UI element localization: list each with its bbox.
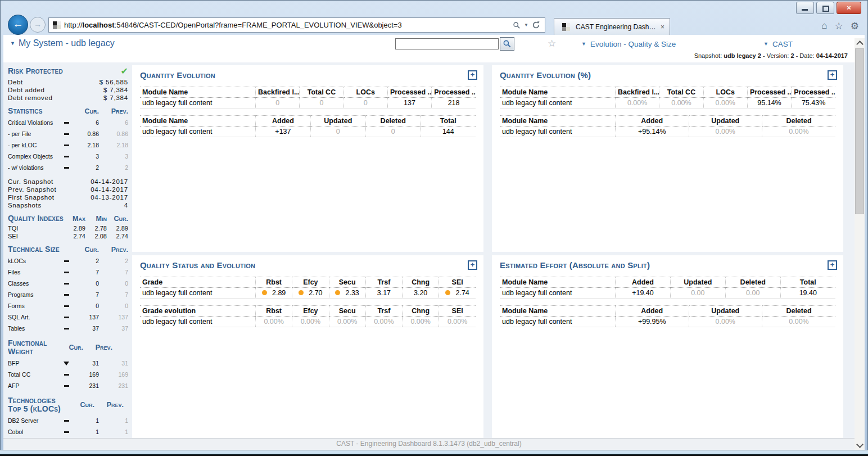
technical-size-row: Tables3737 [8, 323, 128, 334]
column-header: Rbst [256, 306, 292, 317]
column-header: Trsf [365, 277, 402, 288]
scrollbar-thumb[interactable] [855, 48, 864, 214]
restore-button[interactable] [816, 2, 834, 14]
vertical-scrollbar[interactable] [855, 38, 865, 450]
evolution-menu[interactable]: ▼Evolution - Quality & Size [581, 40, 676, 48]
trend-equal-icon [64, 317, 69, 318]
home-icon[interactable]: ⌂ [821, 20, 827, 32]
column-header-cur: Cur. [74, 246, 99, 254]
table-header-row: Module NameBackfired I...Total CCLOCsPro… [140, 87, 476, 98]
snapshot-row: Snapshots4 [8, 201, 128, 209]
trend-equal-icon [64, 328, 69, 329]
column-header-cur: Cur. [74, 107, 99, 115]
table-row: udb legacy full content+99.95%0.00%0.00% [500, 317, 835, 327]
column-header-cur: Cur. [58, 344, 83, 351]
column-header-min: Min [85, 215, 107, 223]
back-button[interactable]: ← [8, 15, 28, 35]
quantity-evolution-percent-panel: Quantity Evolution (%) + Module NameBack… [492, 65, 843, 252]
minimize-icon [802, 9, 808, 11]
value-cell: 0.00% [762, 317, 836, 327]
column-header: Processed ... [792, 87, 835, 98]
favorites-star-icon[interactable]: ☆ [835, 20, 843, 32]
minimize-button[interactable] [796, 2, 814, 14]
value-cell: 0 [343, 98, 387, 109]
column-header: Efcy [292, 277, 329, 288]
column-header: Grade [140, 277, 256, 288]
trend-equal-icon [64, 374, 69, 376]
quality-status-panel: Quality Status and Evolution + GradeRbst… [132, 255, 483, 439]
value-cell: 0.00 [725, 288, 780, 299]
module-name-cell: udb legacy full content [140, 127, 256, 137]
table-header-row: GradeRbstEfcySecuTrsfChngSEI [140, 277, 476, 288]
value-cell: 75.43% [792, 98, 835, 109]
forward-button[interactable]: → [30, 17, 46, 33]
value-cell: 144 [421, 127, 476, 137]
system-title-dropdown[interactable]: ▼My System - udb legacy [10, 38, 115, 48]
tab-favicon [562, 23, 570, 31]
effort-split-table: Module NameAddedUpdatedDeletedudb legacy… [500, 305, 835, 327]
effort-absolute-table: Module NameAddedUpdatedDeletedTotaludb l… [500, 277, 835, 299]
column-header: Secu [329, 306, 365, 317]
table-header-row: Grade evolutionRbstEfcySecuTrsfChngSEI [140, 306, 476, 317]
chevron-down-icon[interactable]: ▼ [524, 22, 528, 28]
technology-row: Cobol11 [8, 426, 128, 437]
technology-row: DB2 Server11 [8, 415, 128, 426]
scroll-down-button[interactable] [855, 441, 865, 450]
column-header: Grade evolution [140, 306, 256, 317]
functional-weight-row: AFP231231 [8, 380, 128, 391]
trend-equal-icon [64, 145, 69, 146]
column-header: Deleted [762, 306, 836, 317]
statistics-row: - w/ violations22 [8, 162, 128, 173]
statistics-row: - per File0.860.86 [8, 128, 128, 139]
module-name-cell: udb legacy full content [500, 317, 616, 327]
table-row: udb legacy full content2.892.702.333.173… [140, 288, 476, 299]
module-name-cell: udb legacy full content [140, 317, 256, 327]
value-cell: 2.70 [292, 288, 329, 299]
expand-panel-button[interactable]: + [468, 70, 477, 80]
statistics-row: Critical Violations66 [8, 117, 128, 128]
section-title: Technologies Top 5 (kLOCs) [8, 396, 70, 413]
table-row: udb legacy full content+13700144 [140, 127, 476, 137]
functional-weight-row: BFP3131 [8, 358, 128, 369]
column-header: SEI [439, 306, 476, 317]
search-input[interactable] [395, 38, 499, 49]
column-header: Processed ... [432, 87, 476, 98]
value-cell: 0 [256, 98, 300, 109]
value-cell: +99.95% [616, 317, 689, 327]
expand-panel-button[interactable]: + [468, 260, 477, 270]
refresh-icon[interactable] [532, 21, 540, 29]
tab-close-icon[interactable]: × [659, 23, 666, 31]
search-button[interactable] [500, 37, 514, 51]
search-icon[interactable] [513, 21, 521, 29]
value-cell: 0.00% [703, 98, 747, 109]
table-row: udb legacy full content0.00%0.00%0.00%0.… [140, 317, 476, 327]
expand-panel-button[interactable]: + [828, 70, 837, 80]
cast-menu[interactable]: ▼CAST [763, 40, 793, 48]
table-header-row: Module NameAddedUpdatedDeleted [500, 116, 835, 127]
section-title: Risk Protected [8, 67, 116, 75]
expand-panel-button[interactable]: + [828, 260, 837, 270]
settings-gear-icon[interactable]: ⚙ [851, 20, 859, 32]
estimated-effort-panel: Estimated Effort (Absolute and Split) + … [492, 255, 843, 439]
column-header-cur: Cur. [107, 215, 128, 223]
technical-size-row: SQL Art.137137 [8, 311, 128, 323]
close-icon: × [837, 2, 861, 13]
column-header: Total [780, 277, 835, 288]
browser-tab[interactable]: CAST Engineering Dashboa... × [554, 18, 670, 35]
value-cell: 0.00% [329, 317, 365, 327]
column-header: Module Name [500, 277, 616, 288]
panels-grid: Quantity Evolution + Module NameBackfire… [132, 65, 843, 439]
browser-action-icons: ⌂ ☆ ⚙ [821, 20, 859, 32]
quality-indexes-section: Quality Indexes Max Min Cur. TQI2.892.78… [8, 214, 128, 240]
column-header: Added [616, 277, 671, 288]
scroll-up-button[interactable] [855, 38, 865, 47]
trend-equal-icon [64, 167, 69, 169]
browser-chrome: × ← → http://localhost:54846/CAST-CED/Op… [0, 0, 868, 35]
technical-size-row: kLOCs22 [8, 255, 128, 267]
grade-dot-icon [299, 290, 304, 295]
close-button[interactable]: × [837, 2, 861, 14]
bookmark-star-icon[interactable]: ☆ [548, 38, 556, 49]
value-cell: 95.14% [747, 98, 791, 109]
column-header: Module Name [500, 87, 616, 98]
address-bar[interactable]: http://localhost:54846/CAST-CED/OpenPort… [48, 17, 545, 33]
